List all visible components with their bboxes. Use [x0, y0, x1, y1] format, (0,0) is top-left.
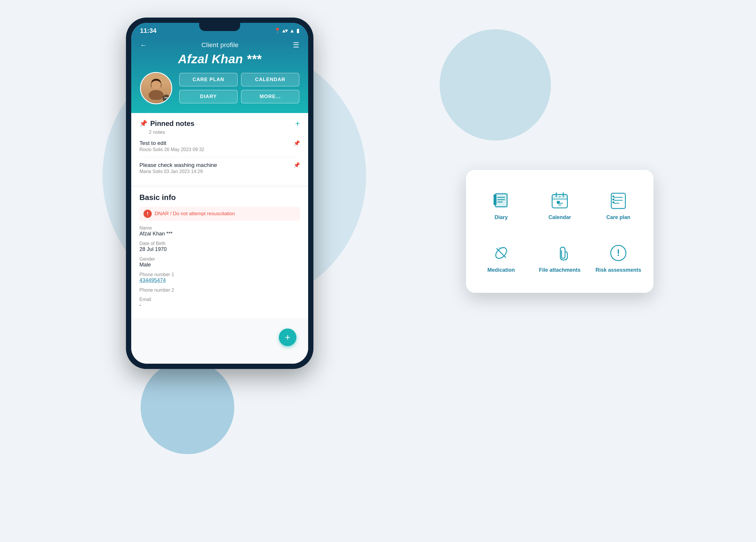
phone-content-area: 📌 Pinned notes + 2 notes Test to edit 📌 …: [131, 113, 308, 364]
attachment-icon: [550, 243, 570, 263]
pinned-notes-header: 📌 Pinned notes +: [139, 119, 300, 128]
calendar-label: Calendar: [548, 214, 571, 221]
svg-rect-18: [611, 193, 625, 209]
tablet-careplan[interactable]: Care plan: [592, 182, 645, 229]
basic-info-section: Basic info ! DNAR / Do not attempt resus…: [131, 187, 308, 318]
svg-point-1: [149, 90, 163, 100]
svg-text:+: +: [559, 195, 561, 199]
dnar-icon: !: [144, 210, 152, 218]
info-email: Email -: [139, 297, 300, 308]
signal-icon: ▴▾: [282, 28, 288, 34]
client-profile-header: ← Client profile ☰ Afzal Khan ***: [131, 38, 308, 113]
profile-action-buttons: CARE PLAN CALENDAR DIARY MORE...: [179, 73, 299, 103]
svg-text:!: !: [617, 248, 620, 258]
tablet-diary[interactable]: Diary: [475, 182, 528, 229]
tablet-attachments[interactable]: File attachments: [533, 234, 586, 281]
bg-circle-right: [440, 29, 551, 141]
header-title: Client profile: [202, 41, 238, 49]
svg-rect-24: [612, 202, 614, 203]
notes-count: 2 notes: [149, 130, 300, 135]
note-meta-2: Maria Solis 03 Jan 2023 14:29: [139, 169, 300, 174]
medication-label: Medication: [487, 267, 515, 273]
care-plan-button[interactable]: CARE PLAN: [179, 73, 238, 86]
diary-button[interactable]: DIARY: [179, 90, 238, 103]
calendar-icon: +: [550, 190, 570, 210]
add-note-button[interactable]: +: [295, 119, 300, 128]
risk-icon-container: !: [608, 243, 629, 264]
note-title-1: Test to edit 📌: [139, 140, 300, 146]
unpin-icon-2[interactable]: 📌: [293, 162, 300, 168]
menu-button[interactable]: ☰: [293, 41, 299, 49]
profile-section: 📷 CARE PLAN CALENDAR DIARY MORE...: [140, 72, 299, 104]
careplan-icon-container: [608, 190, 629, 211]
client-name: Afzal Khan ***: [140, 52, 299, 66]
phone-device: 11:34 📍 ▴▾ ▲ ▮ ← Client profile ☰ Afzal …: [126, 18, 313, 363]
status-icons: 📍 ▴▾ ▲ ▮: [274, 28, 299, 34]
battery-icon: ▮: [296, 28, 299, 34]
attachment-icon-container: [549, 243, 570, 264]
pin-icon: 📌: [139, 120, 147, 127]
svg-rect-5: [494, 195, 496, 205]
attachments-label: File attachments: [539, 267, 581, 273]
risk-icon: !: [608, 243, 628, 263]
diary-icon: [491, 190, 511, 210]
note-title-2: Please check washing machine 📌: [139, 162, 300, 168]
status-time: 11:34: [140, 27, 156, 35]
diary-label: Diary: [494, 214, 508, 221]
tablet-calendar[interactable]: + Calendar: [533, 182, 586, 229]
note-item: Test to edit 📌 Rocio Solis 26 May 2023 0…: [139, 135, 300, 157]
note-item-2: Please check washing machine 📌 Maria Sol…: [139, 157, 300, 179]
svg-line-26: [496, 248, 506, 258]
info-phone2: Phone number 2: [139, 287, 300, 293]
medication-icon: [491, 243, 511, 263]
svg-rect-22: [612, 196, 614, 197]
phone-frame: 11:34 📍 ▴▾ ▲ ▮ ← Client profile ☰ Afzal …: [126, 18, 313, 369]
bg-circle-bottom: [141, 360, 234, 454]
careplan-icon: [608, 190, 628, 210]
info-gender: Gender Male: [139, 257, 300, 268]
wifi-icon: ▲: [289, 28, 295, 34]
diary-icon-container: [491, 190, 512, 211]
phone-notch: [199, 23, 240, 31]
tablet-medication[interactable]: Medication: [475, 234, 528, 281]
unpin-icon-1[interactable]: 📌: [293, 140, 300, 146]
camera-icon[interactable]: 📷: [163, 95, 170, 102]
phone-screen: 11:34 📍 ▴▾ ▲ ▮ ← Client profile ☰ Afzal …: [131, 23, 308, 364]
tablet-risk[interactable]: ! Risk assessments: [592, 234, 645, 281]
risk-label: Risk assessments: [595, 267, 641, 273]
info-phone1: Phone number 1 434495474: [139, 272, 300, 283]
dnar-alert: ! DNAR / Do not attempt resuscitation: [139, 207, 300, 221]
medication-icon-container: [491, 243, 512, 264]
calendar-button[interactable]: CALENDAR: [241, 73, 299, 86]
svg-rect-23: [612, 199, 614, 200]
back-button[interactable]: ←: [140, 41, 147, 49]
pinned-notes-title: Pinned notes: [150, 120, 194, 128]
header-nav: ← Client profile ☰: [140, 41, 299, 49]
info-name: Name Afzal Khan ***: [139, 226, 300, 237]
fab-button[interactable]: +: [279, 328, 296, 346]
pinned-notes-section: 📌 Pinned notes + 2 notes Test to edit 📌 …: [131, 113, 308, 185]
calendar-icon-container: +: [549, 190, 570, 211]
note-meta-1: Rocio Solis 26 May 2023 09:32: [139, 147, 300, 152]
tablet-menu-card: Diary + Calendar: [466, 170, 653, 293]
dnar-text: DNAR / Do not attempt resuscitation: [155, 211, 235, 217]
info-dob: Date of Birth 28 Jul 1970: [139, 241, 300, 253]
location-icon: 📍: [274, 28, 281, 34]
more-button[interactable]: MORE...: [241, 90, 299, 103]
basic-info-title: Basic info: [139, 193, 300, 202]
careplan-label: Care plan: [606, 214, 630, 221]
pinned-notes-title-row: 📌 Pinned notes: [139, 120, 194, 128]
avatar[interactable]: 📷: [140, 72, 172, 104]
